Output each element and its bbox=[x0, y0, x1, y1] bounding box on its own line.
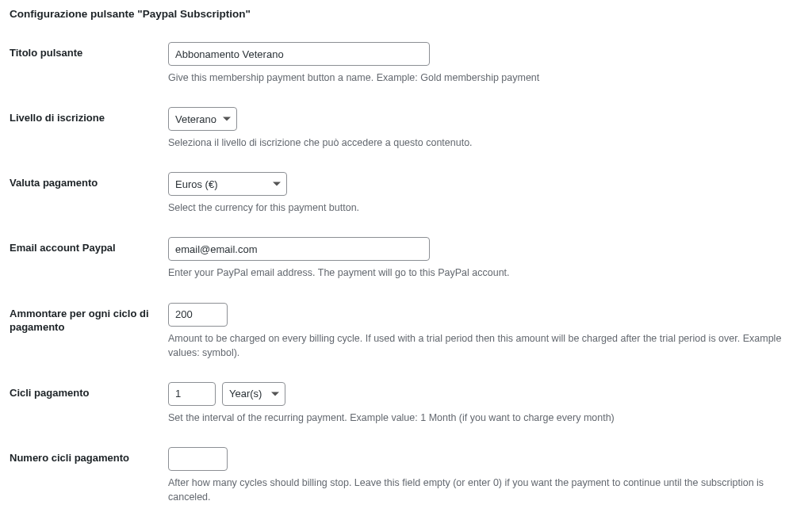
hint-billing-cycle: Set the interval of the recurring paymen… bbox=[168, 411, 802, 425]
page-title: Configurazione pulsante "Paypal Subscrip… bbox=[10, 8, 802, 20]
label-currency: Valuta pagamento bbox=[10, 172, 168, 190]
label-button-title: Titolo pulsante bbox=[10, 42, 168, 60]
label-membership-level: Livello di iscrizione bbox=[10, 107, 168, 125]
row-currency: Valuta pagamento Euros (€) Select the cu… bbox=[10, 172, 802, 215]
row-billing-amount: Ammontare per ogni ciclo di pagamento Am… bbox=[10, 303, 802, 360]
row-num-cycles: Numero cicli pagamento After how many cy… bbox=[10, 447, 802, 504]
hint-currency: Select the currency for this payment but… bbox=[168, 201, 802, 215]
label-paypal-email: Email account Paypal bbox=[10, 237, 168, 255]
hint-button-title: Give this membership payment button a na… bbox=[168, 71, 802, 85]
row-paypal-email: Email account Paypal Enter your PayPal e… bbox=[10, 237, 802, 280]
input-num-cycles[interactable] bbox=[168, 447, 228, 471]
row-billing-cycle: Cicli pagamento Year(s) Set the interval… bbox=[10, 382, 802, 425]
row-membership-level: Livello di iscrizione Veterano Seleziona… bbox=[10, 107, 802, 150]
label-num-cycles: Numero cicli pagamento bbox=[10, 447, 168, 465]
select-billing-cycle-unit[interactable]: Year(s) bbox=[222, 382, 285, 406]
hint-num-cycles: After how many cycles should billing sto… bbox=[168, 476, 802, 504]
select-membership-level[interactable]: Veterano bbox=[168, 107, 237, 131]
input-paypal-email[interactable] bbox=[168, 237, 430, 261]
input-billing-cycle-count[interactable] bbox=[168, 382, 216, 406]
input-billing-amount[interactable] bbox=[168, 303, 228, 327]
hint-billing-amount: Amount to be charged on every billing cy… bbox=[168, 331, 802, 360]
label-billing-cycle: Cicli pagamento bbox=[10, 382, 168, 400]
hint-membership-level: Seleziona il livello di iscrizione che p… bbox=[168, 136, 802, 150]
select-currency[interactable]: Euros (€) bbox=[168, 172, 287, 196]
label-billing-amount: Ammontare per ogni ciclo di pagamento bbox=[10, 303, 168, 335]
row-button-title: Titolo pulsante Give this membership pay… bbox=[10, 42, 802, 85]
input-button-title[interactable] bbox=[168, 42, 430, 66]
hint-paypal-email: Enter your PayPal email address. The pay… bbox=[168, 266, 802, 280]
